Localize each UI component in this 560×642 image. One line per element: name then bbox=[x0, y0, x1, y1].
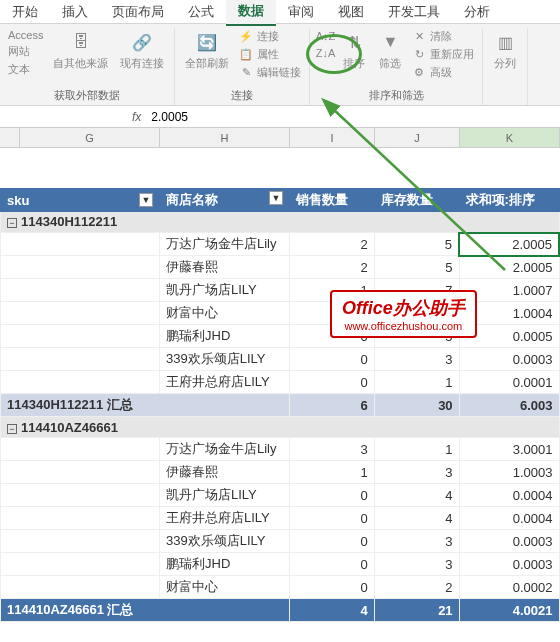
cell-store[interactable]: 凯丹广场店LILY bbox=[160, 484, 290, 507]
cell-sort[interactable]: 0.0002 bbox=[459, 576, 559, 599]
cell-stock[interactable]: 3 bbox=[374, 348, 459, 371]
btn-other-sources[interactable]: 🗄自其他来源 bbox=[49, 28, 112, 73]
cell[interactable] bbox=[1, 325, 160, 348]
collapse-icon[interactable]: − bbox=[7, 424, 17, 434]
btn-filter[interactable]: ▼筛选 bbox=[374, 28, 406, 73]
tab-insert[interactable]: 插入 bbox=[50, 0, 100, 25]
cell[interactable] bbox=[1, 302, 160, 325]
cell-stock[interactable]: 4 bbox=[374, 507, 459, 530]
cell[interactable] bbox=[1, 256, 160, 279]
cell[interactable]: 4.0021 bbox=[459, 599, 559, 622]
cell[interactable] bbox=[1, 279, 160, 302]
tab-home[interactable]: 开始 bbox=[0, 0, 50, 25]
header-sort[interactable]: 求和项:排序 bbox=[459, 189, 559, 212]
filter-dropdown-icon[interactable]: ▼ bbox=[139, 193, 153, 207]
cell-stock[interactable]: 3 bbox=[374, 461, 459, 484]
cell-sort[interactable]: 0.0003 bbox=[459, 530, 559, 553]
cell[interactable]: 6.003 bbox=[459, 394, 559, 417]
tab-review[interactable]: 审阅 bbox=[276, 0, 326, 25]
btn-properties[interactable]: 📋属性 bbox=[237, 46, 303, 63]
btn-refresh-all[interactable]: 🔄全部刷新 bbox=[181, 28, 233, 73]
cell-store[interactable]: 鹏瑞利JHD bbox=[160, 325, 290, 348]
cell-sort[interactable]: 2.0005 bbox=[459, 233, 559, 256]
cell-sort[interactable]: 0.0003 bbox=[459, 348, 559, 371]
cell[interactable] bbox=[1, 461, 160, 484]
btn-split[interactable]: ▥分列 bbox=[489, 28, 521, 73]
cell-stock[interactable]: 5 bbox=[374, 256, 459, 279]
cell[interactable]: 4 bbox=[289, 599, 374, 622]
tab-analyze[interactable]: 分析 bbox=[452, 0, 502, 25]
cell[interactable] bbox=[1, 576, 160, 599]
cell-store[interactable]: 伊藤春熙 bbox=[160, 256, 290, 279]
cell-store[interactable]: 凯丹广场店LILY bbox=[160, 279, 290, 302]
btn-sort-za[interactable]: Z↓A bbox=[316, 45, 334, 61]
cell[interactable] bbox=[1, 484, 160, 507]
tab-view[interactable]: 视图 bbox=[326, 0, 376, 25]
header-sales[interactable]: 销售数量 bbox=[289, 189, 374, 212]
cell[interactable] bbox=[1, 553, 160, 576]
cell-total-label[interactable]: 114340H112211 汇总 bbox=[1, 394, 290, 417]
cell[interactable] bbox=[1, 348, 160, 371]
cell-stock[interactable]: 5 bbox=[374, 233, 459, 256]
cell-sort[interactable]: 0.0004 bbox=[459, 484, 559, 507]
cell-sales[interactable]: 0 bbox=[289, 576, 374, 599]
col-i[interactable]: I bbox=[290, 128, 375, 147]
cell-sort[interactable]: 0.0004 bbox=[459, 507, 559, 530]
cell-store[interactable]: 万达广场金牛店Lily bbox=[160, 438, 290, 461]
tab-devtools[interactable]: 开发工具 bbox=[376, 0, 452, 25]
group-row[interactable]: −114340H112211 bbox=[1, 212, 560, 233]
cell[interactable] bbox=[1, 507, 160, 530]
btn-access[interactable]: Access bbox=[6, 28, 45, 42]
cell-sales[interactable]: 1 bbox=[289, 461, 374, 484]
btn-clear[interactable]: ✕清除 bbox=[410, 28, 476, 45]
cell-store[interactable]: 鹏瑞利JHD bbox=[160, 553, 290, 576]
cell-total-label[interactable]: 114410AZ46661 汇总 bbox=[1, 599, 290, 622]
cell[interactable] bbox=[1, 233, 160, 256]
cell-store[interactable]: 财富中心 bbox=[160, 302, 290, 325]
tab-layout[interactable]: 页面布局 bbox=[100, 0, 176, 25]
cell-stock[interactable]: 4 bbox=[374, 484, 459, 507]
cell[interactable] bbox=[1, 438, 160, 461]
cell-stock[interactable]: 1 bbox=[374, 371, 459, 394]
cell-sort[interactable]: 0.0003 bbox=[459, 553, 559, 576]
cell-sales[interactable]: 0 bbox=[289, 507, 374, 530]
btn-advanced[interactable]: ⚙高级 bbox=[410, 64, 476, 81]
filter-dropdown-icon[interactable]: ▼ bbox=[269, 191, 283, 205]
header-store[interactable]: 商店名称▼ bbox=[160, 189, 290, 212]
cell-sales[interactable]: 0 bbox=[289, 348, 374, 371]
cell-store[interactable]: 财富中心 bbox=[160, 576, 290, 599]
cell-store[interactable]: 王府井总府店LILY bbox=[160, 507, 290, 530]
fx-icon[interactable]: fx bbox=[132, 110, 141, 124]
cell[interactable]: 6 bbox=[289, 394, 374, 417]
cell-sort[interactable]: 2.0005 bbox=[459, 256, 559, 279]
btn-connections[interactable]: ⚡连接 bbox=[237, 28, 303, 45]
btn-web[interactable]: 网站 bbox=[6, 43, 45, 60]
cell-sales[interactable]: 3 bbox=[289, 438, 374, 461]
col-j[interactable]: J bbox=[375, 128, 460, 147]
btn-text[interactable]: 文本 bbox=[6, 61, 45, 78]
collapse-icon[interactable]: − bbox=[7, 218, 17, 228]
cell-sort[interactable]: 1.0003 bbox=[459, 461, 559, 484]
header-sku[interactable]: sku▼ bbox=[1, 189, 160, 212]
col-k[interactable]: K bbox=[460, 128, 560, 147]
cell[interactable] bbox=[1, 371, 160, 394]
cell[interactable]: 21 bbox=[374, 599, 459, 622]
cell-store[interactable]: 伊藤春熙 bbox=[160, 461, 290, 484]
btn-existing-conn[interactable]: 🔗现有连接 bbox=[116, 28, 168, 73]
cell[interactable]: 30 bbox=[374, 394, 459, 417]
cell-stock[interactable]: 1 bbox=[374, 438, 459, 461]
cell[interactable] bbox=[1, 530, 160, 553]
group-row[interactable]: −114410AZ46661 bbox=[1, 417, 560, 438]
cell-sales[interactable]: 2 bbox=[289, 233, 374, 256]
col-h[interactable]: H bbox=[160, 128, 290, 147]
cell-sales[interactable]: 0 bbox=[289, 553, 374, 576]
formula-input[interactable] bbox=[149, 108, 556, 126]
btn-edit-links[interactable]: ✎编辑链接 bbox=[237, 64, 303, 81]
cell-sales[interactable]: 2 bbox=[289, 256, 374, 279]
cell-sort[interactable]: 3.0001 bbox=[459, 438, 559, 461]
cell-store[interactable]: 339欢乐颂店LILY bbox=[160, 348, 290, 371]
cell-stock[interactable]: 3 bbox=[374, 553, 459, 576]
cell-stock[interactable]: 2 bbox=[374, 576, 459, 599]
cell-store[interactable]: 万达广场金牛店Lily bbox=[160, 233, 290, 256]
btn-sort[interactable]: ⇅排序 bbox=[338, 28, 370, 73]
